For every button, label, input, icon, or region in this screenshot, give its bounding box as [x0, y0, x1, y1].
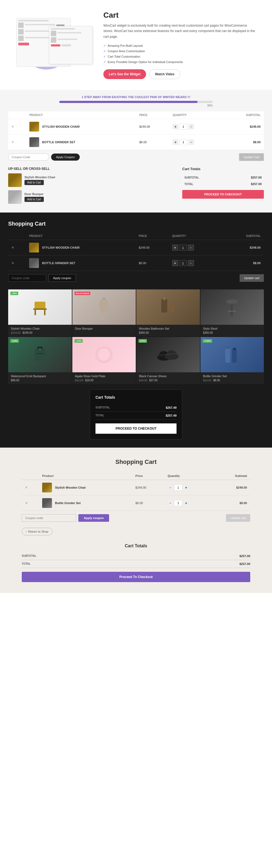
new-price-chair: $249.00	[23, 331, 32, 334]
light-qty-input-2[interactable]	[174, 500, 182, 506]
product-card-price-shoes: $39.00 $37.00	[139, 379, 197, 382]
hero-features: ✓ Amazing Pre-Built Layouts ✓ Coupon Are…	[103, 44, 256, 64]
svg-rect-14	[36, 353, 44, 354]
light-coupon-row: Apply coupon Update cart	[22, 511, 250, 525]
light-subtotal-val: $257.00	[239, 554, 250, 558]
return-to-shop-button[interactable]: ‹ Return to Shop	[22, 528, 53, 535]
promo-text: 1 STEP AWAY FROM ENJOYING THE COOLEST PA…	[8, 95, 264, 99]
light-qty-plus-1[interactable]: +	[183, 485, 189, 490]
svg-rect-23	[233, 348, 236, 350]
light-col-remove	[22, 472, 39, 480]
dark-col-remove	[8, 232, 26, 240]
bathroom-svg-icon	[158, 296, 178, 318]
qty-decrease-1[interactable]: +	[173, 124, 178, 129]
new-price-bathroom: $300.00	[139, 331, 149, 334]
upsell-section: UP-SELL OR CROSS-SELL Stylish Wooden Cha…	[8, 167, 177, 207]
subtotal-row: SUBTOTAL $257.00	[182, 174, 264, 181]
light-qty-minus-1[interactable]: -	[168, 485, 173, 490]
dark-qty-plus-2[interactable]: +	[172, 260, 178, 266]
light-checkout-button[interactable]: Proceed to checkout	[22, 572, 250, 582]
svg-rect-1	[33, 308, 47, 310]
check-icon-1: ✓	[103, 44, 106, 48]
dark-col-qty: QUANTITY	[169, 232, 223, 240]
product-card-price-chair: $349.00 $249.00	[11, 331, 69, 334]
svg-rect-8	[163, 298, 165, 300]
old-price-shoes: $39.00	[139, 379, 147, 382]
light-coupon-input[interactable]	[22, 514, 76, 522]
col-product: PRODUCT	[26, 112, 136, 119]
total-row: TOTAL $257.00	[182, 181, 264, 187]
dark-checkout-button[interactable]: PROCEED TO CHECKOUT	[95, 424, 177, 434]
dark-qty-minus-1[interactable]: -	[188, 245, 194, 251]
light-cart-table: Product Price Quantity Subtotal ✕ Stylis…	[22, 472, 250, 511]
coupon-left-1: Apply Coupon	[8, 154, 80, 161]
dark-qty-minus-2[interactable]: -	[188, 260, 194, 266]
dark-coupon-input[interactable]	[8, 274, 46, 282]
dark-remove-2[interactable]: ✕	[11, 261, 14, 265]
totals-table-1: SUBTOTAL $257.00 TOTAL $257.00	[182, 174, 264, 187]
dark-apply-coupon-button[interactable]: Apply coupon	[49, 274, 76, 282]
coupon-row-1: Apply Coupon Update Cart	[8, 150, 264, 164]
upsell-thumb-2	[8, 190, 22, 204]
dark-remove-1[interactable]: ✕	[11, 246, 14, 249]
light-qty-plus-2[interactable]: +	[183, 500, 189, 506]
upsell-item-2: Door Bumper Add to Cart	[8, 190, 177, 204]
qty-increase-1[interactable]: -	[188, 124, 194, 129]
update-cart-button-1[interactable]: Update Cart	[239, 153, 264, 161]
light-col-subtotal: Subtotal	[216, 472, 250, 480]
dark-thumb-1	[29, 243, 39, 252]
light-remove-2[interactable]: ✕	[25, 501, 28, 505]
promo-highlight: 1 STEP AWAY	[82, 95, 101, 99]
qty-increase-2[interactable]: -	[188, 140, 194, 145]
dark-col-subtotal: SUBTOTAL	[223, 232, 264, 240]
chair-svg-icon	[29, 296, 51, 318]
table-row: ✕ BOTTLE GRINDER SET $8.00 + 1 - $8.00	[8, 255, 264, 271]
light-qty-input-1[interactable]	[174, 485, 182, 491]
qty-decrease-2[interactable]: +	[173, 140, 178, 145]
product-card-plate: -1.5% Agate Rose Gold Plate $12.00 $18.0…	[72, 337, 136, 384]
dark-qty-plus-1[interactable]: +	[172, 245, 178, 251]
plate-svg-icon	[93, 344, 115, 366]
upsell-add-2[interactable]: Add to Cart	[25, 197, 44, 202]
new-price-shoes: $37.00	[149, 379, 157, 382]
remove-item-1[interactable]: ✕	[11, 125, 14, 128]
dark-price-1: $249.00	[135, 240, 169, 255]
svg-rect-6	[161, 299, 167, 312]
hero-section: Cart WooCart widget is exclusively built…	[0, 0, 272, 90]
stool-svg-icon	[222, 296, 242, 318]
light-update-cart-button[interactable]: Update cart	[226, 514, 250, 522]
widget-button[interactable]: Let's See the Widget	[103, 69, 146, 79]
product-info-chair: Stylish Wooden Chair $349.00 $249.00	[8, 325, 72, 336]
apply-coupon-button-1[interactable]: Apply Coupon	[51, 154, 80, 161]
product-card-name-stool: Stylo Stool	[203, 327, 262, 330]
dark-coupon-left: Apply coupon	[8, 274, 76, 282]
svg-point-9	[226, 300, 238, 304]
badge-bumper: Out Of Stock	[74, 291, 91, 295]
light-price-2: $8.00	[132, 495, 164, 511]
light-remove-1[interactable]: ✕	[25, 486, 28, 490]
product-info-shoes: Black Canvas Shoes $39.00 $37.00	[136, 372, 200, 384]
qty-input-2[interactable]	[179, 139, 187, 145]
old-price-plate: $12.00	[75, 379, 84, 382]
promo-bar: 1 STEP AWAY FROM ENJOYING THE COOLEST PA…	[8, 95, 264, 107]
checkout-button-1[interactable]: PROCEED TO CHECKOUT	[182, 190, 264, 199]
light-thumb-2	[42, 498, 52, 508]
table-row: ✕ BOTTLE GRINDER SET $8.00 + - $8.00	[8, 134, 264, 150]
svg-point-4	[99, 298, 109, 313]
cart-section-1: 1 STEP AWAY FROM ENJOYING THE COOLEST PA…	[0, 90, 272, 213]
video-button[interactable]: Watch Video	[149, 69, 180, 79]
upsell-add-1[interactable]: Add to Cart	[25, 180, 44, 185]
col-qty: QUANTITY	[170, 112, 223, 119]
hero-feature-2: ✓ Coupon Area Customization	[103, 49, 256, 53]
hero-title: Cart	[103, 11, 256, 20]
dark-price-2: $8.00	[135, 255, 169, 271]
dark-update-cart-button[interactable]: Update cart	[240, 274, 264, 282]
upsell-info-2: Door Bumper Add to Cart	[25, 192, 44, 202]
light-apply-coupon-button[interactable]: Apply coupon	[78, 514, 109, 522]
qty-input-1[interactable]	[179, 124, 187, 130]
remove-item-2[interactable]: ✕	[11, 140, 14, 144]
product-info-bumper: Door Bumper	[72, 325, 136, 334]
coupon-input-1[interactable]	[8, 154, 49, 161]
upsell-item-1: Stylish Wooden Chair Add to Cart	[8, 174, 177, 187]
light-qty-minus-2[interactable]: -	[168, 500, 173, 506]
